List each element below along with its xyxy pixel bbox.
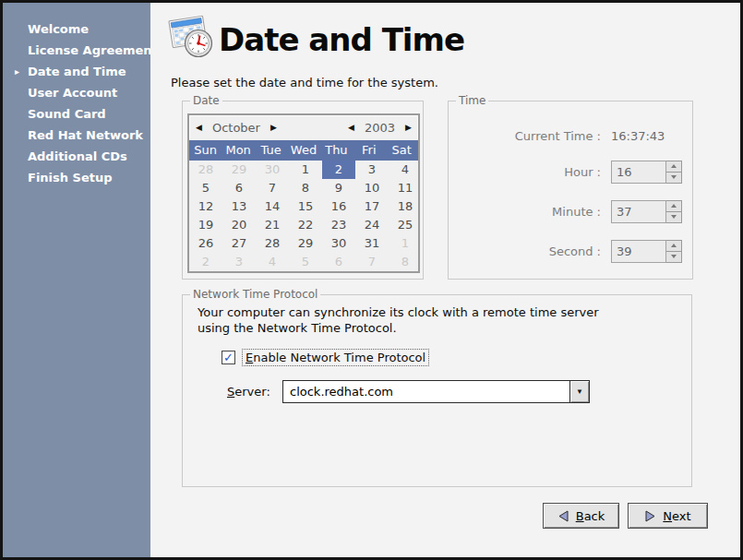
weekday-header: Thu	[320, 140, 353, 161]
server-input[interactable]: clock.redhat.com	[282, 380, 570, 403]
calendar-day[interactable]: 8	[289, 179, 322, 197]
calendar-day-grid: 2829301234567891011121314151617181920212…	[189, 161, 418, 271]
calendar-day[interactable]: 7	[256, 179, 289, 197]
calendar-day[interactable]: 27	[222, 234, 256, 253]
back-button-label: Back	[576, 509, 605, 523]
sidebar-item-label: License Agreement	[28, 43, 158, 57]
calendar-day[interactable]: 15	[289, 197, 322, 216]
calendar-month-label: October	[212, 121, 260, 135]
server-dropdown-button[interactable]: ▼	[570, 380, 590, 403]
hour-field[interactable]: 16	[611, 161, 666, 184]
weekday-header: Tue	[255, 140, 287, 161]
calendar-day[interactable]: 26	[189, 234, 222, 253]
calendar-day[interactable]: 7	[355, 253, 389, 271]
calendar-day[interactable]: 29	[222, 161, 256, 179]
minute-label: Minute :	[449, 205, 601, 219]
hour-spin-down-button[interactable]	[666, 173, 682, 185]
time-group-legend: Time	[456, 94, 488, 107]
spin-up-icon	[671, 244, 677, 247]
current-time-row: Current Time : 16:37:43	[449, 129, 665, 143]
calendar-day[interactable]: 3	[222, 253, 256, 271]
minute-spin-up-button[interactable]	[666, 200, 682, 212]
second-label: Second :	[449, 244, 601, 258]
calendar-day[interactable]: 5	[289, 253, 322, 271]
hour-label: Hour :	[449, 165, 601, 179]
sidebar-nav: WelcomeLicense Agreement▸Date and TimeUs…	[3, 3, 150, 557]
sidebar-item-sound-card[interactable]: Sound Card	[3, 103, 150, 125]
calendar-day[interactable]: 1	[389, 234, 422, 253]
sidebar-item-additional-cds[interactable]: Additional CDs	[3, 146, 150, 167]
calendar-day[interactable]: 12	[189, 197, 222, 216]
calendar-day[interactable]: 19	[189, 216, 222, 234]
minute-spinner	[666, 200, 682, 223]
ntp-enable-checkbox[interactable]: ✓	[222, 351, 235, 364]
calendar-day[interactable]: 16	[322, 197, 355, 216]
weekday-header: Mon	[222, 140, 254, 161]
calendar-day[interactable]: 29	[289, 234, 322, 253]
sidebar-item-label: Date and Time	[28, 65, 126, 78]
calendar-day[interactable]: 22	[289, 216, 322, 234]
weekday-header: Sun	[189, 140, 222, 161]
calendar-day[interactable]: 13	[222, 197, 256, 216]
calendar-day[interactable]: 4	[256, 253, 289, 271]
calendar-day[interactable]: 11	[389, 179, 422, 197]
second-spin-up-button[interactable]	[666, 240, 682, 252]
calendar-day[interactable]: 10	[355, 179, 389, 197]
hour-spinner	[666, 161, 682, 184]
server-combo: clock.redhat.com ▼	[282, 380, 590, 403]
minute-spin-down-button[interactable]	[666, 212, 682, 224]
sidebar-item-finish-setup[interactable]: Finish Setup	[3, 167, 150, 188]
second-field[interactable]: 39	[611, 240, 666, 263]
ntp-description: Your computer can synchronize its clock …	[198, 304, 599, 336]
calendar-day[interactable]: 28	[256, 234, 289, 253]
calendar-day[interactable]: 20	[222, 216, 256, 234]
calendar-day[interactable]: 24	[355, 216, 389, 234]
calendar-day[interactable]: 21	[256, 216, 289, 234]
calendar-day[interactable]: 4	[389, 161, 422, 179]
date-group: Date ◀ October ▶ ◀ 2003 ▶ SunMonTueWedTh…	[182, 101, 424, 280]
calendar-day[interactable]: 6	[322, 253, 355, 271]
prev-month-button[interactable]: ◀	[196, 115, 202, 140]
calendar-day[interactable]: 18	[389, 197, 422, 216]
calendar-day[interactable]: 17	[355, 197, 389, 216]
sidebar-item-red-hat-network[interactable]: Red Hat Network	[3, 125, 150, 146]
ntp-enable-label[interactable]: Enable Network Time Protocol	[242, 349, 429, 366]
minute-field[interactable]: 37	[611, 200, 666, 223]
next-month-button[interactable]: ▶	[270, 115, 277, 140]
calendar-day[interactable]: 2	[189, 253, 222, 271]
calendar-day[interactable]: 1	[289, 161, 322, 179]
sidebar-item-license-agreement[interactable]: License Agreement	[3, 40, 150, 61]
minute-row: Minute : 37	[449, 200, 682, 223]
spin-down-icon	[671, 215, 677, 219]
calendar-day[interactable]: 14	[256, 197, 289, 216]
calendar-day[interactable]: 25	[389, 216, 422, 234]
calendar-day[interactable]: 5	[189, 179, 222, 197]
calendar-day[interactable]: 3	[355, 161, 389, 179]
sidebar-item-label: Additional CDs	[28, 149, 127, 163]
prev-year-button[interactable]: ◀	[348, 115, 354, 140]
hour-spin-up-button[interactable]	[666, 161, 682, 173]
calendar-day[interactable]: 30	[322, 234, 355, 253]
calendar-day[interactable]: 23	[322, 216, 355, 234]
calendar-day[interactable]: 31	[355, 234, 389, 253]
calendar-day[interactable]: 9	[322, 179, 355, 197]
back-button[interactable]: Back	[543, 503, 619, 529]
second-spin-down-button[interactable]	[666, 252, 682, 264]
next-button[interactable]: Next	[628, 503, 708, 529]
calendar-day[interactable]: 28	[189, 161, 222, 179]
sidebar-item-user-account[interactable]: User Account	[3, 82, 150, 103]
calendar-day[interactable]: 30	[256, 161, 289, 179]
ntp-description-line1: Your computer can synchronize its clock …	[198, 304, 599, 320]
calendar-day-selected[interactable]: 2	[322, 161, 355, 179]
next-year-button[interactable]: ▶	[405, 115, 412, 140]
calendar-day[interactable]: 8	[389, 253, 422, 271]
calendar-day[interactable]: 6	[222, 179, 256, 197]
weekday-header: Fri	[353, 140, 385, 161]
ntp-group-legend: Network Time Protocol	[190, 288, 320, 301]
hour-row: Hour : 16	[449, 161, 682, 184]
main-panel: Date and Time Please set the date and ti…	[150, 3, 740, 557]
sidebar-item-date-and-time[interactable]: ▸Date and Time	[3, 61, 150, 82]
sidebar-item-welcome[interactable]: Welcome	[3, 18, 150, 40]
weekday-header: Wed	[287, 140, 319, 161]
date-time-calendar-clock-icon	[167, 12, 215, 64]
